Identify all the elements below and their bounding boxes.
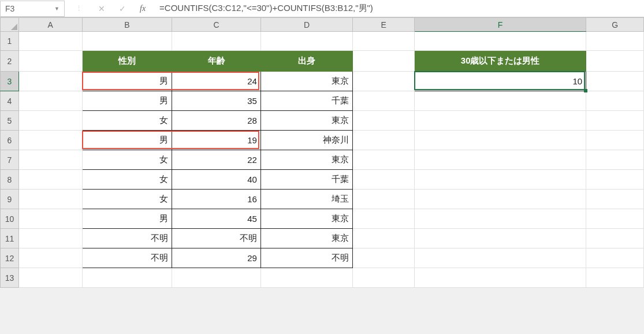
col-header-B[interactable]: B xyxy=(82,18,172,32)
cell-D1[interactable] xyxy=(260,32,353,51)
cell-D6[interactable]: 神奈川 xyxy=(260,131,353,150)
row-header-7[interactable]: 7 xyxy=(1,150,19,170)
cell-C5[interactable]: 28 xyxy=(172,111,261,131)
cell-C10[interactable]: 45 xyxy=(172,209,261,229)
cell-G2[interactable] xyxy=(586,51,644,72)
col-header-C[interactable]: C xyxy=(172,18,261,32)
cell-D8[interactable]: 千葉 xyxy=(260,170,353,190)
cell-F12[interactable] xyxy=(415,248,586,268)
cell-F10[interactable] xyxy=(415,209,586,229)
row-header-10[interactable]: 10 xyxy=(1,209,19,229)
cell-C8[interactable]: 40 xyxy=(172,170,261,190)
cell-D3[interactable]: 東京 xyxy=(260,72,353,91)
cell-B1[interactable] xyxy=(82,32,172,51)
cell-D10[interactable]: 東京 xyxy=(260,209,353,229)
cell-D5[interactable]: 東京 xyxy=(260,111,353,131)
cell-E6[interactable] xyxy=(353,131,415,150)
cell-F3[interactable]: 10 xyxy=(415,72,586,91)
cell-D7[interactable]: 東京 xyxy=(260,150,353,170)
cell-B3[interactable]: 男 xyxy=(82,72,172,91)
col-header-E[interactable]: E xyxy=(353,18,415,32)
row-header-3[interactable]: 3 xyxy=(1,72,19,91)
cell-G9[interactable] xyxy=(586,190,644,209)
cell-E7[interactable] xyxy=(353,150,415,170)
cancel-icon[interactable]: ✕ xyxy=(98,4,105,13)
cell-B6[interactable]: 男 xyxy=(82,131,172,150)
cell-G12[interactable] xyxy=(586,248,644,268)
cell-F11[interactable] xyxy=(415,229,586,248)
row-header-9[interactable]: 9 xyxy=(1,190,19,209)
name-box[interactable]: F3 ▼ xyxy=(0,1,65,17)
cell-A1[interactable] xyxy=(18,32,82,51)
cell-B13[interactable] xyxy=(82,268,172,288)
cell-E4[interactable] xyxy=(353,91,415,111)
cell-G4[interactable] xyxy=(586,91,644,111)
col-header-G[interactable]: G xyxy=(586,18,644,32)
cell-A4[interactable] xyxy=(18,91,82,111)
cell-D2[interactable]: 出身 xyxy=(260,51,353,72)
cell-B2[interactable]: 性別 xyxy=(82,51,172,72)
cell-E12[interactable] xyxy=(353,248,415,268)
cell-D9[interactable]: 埼玉 xyxy=(260,190,353,209)
cell-B4[interactable]: 男 xyxy=(82,91,172,111)
cell-B5[interactable]: 女 xyxy=(82,111,172,131)
cell-G5[interactable] xyxy=(586,111,644,131)
cell-F2[interactable]: 30歳以下または男性 xyxy=(415,51,586,72)
cell-A2[interactable] xyxy=(18,51,82,72)
cell-E13[interactable] xyxy=(353,268,415,288)
cell-A3[interactable] xyxy=(18,72,82,91)
spreadsheet-grid[interactable]: ABCDEFG12性別年齢出身30歳以下または男性3男24東京104男35千葉5… xyxy=(0,17,644,288)
select-all-corner[interactable] xyxy=(1,18,19,32)
cell-A13[interactable] xyxy=(18,268,82,288)
cell-F8[interactable] xyxy=(415,170,586,190)
cell-F6[interactable] xyxy=(415,131,586,150)
cell-G13[interactable] xyxy=(586,268,644,288)
cell-D12[interactable]: 不明 xyxy=(260,248,353,268)
cell-F9[interactable] xyxy=(415,190,586,209)
fill-handle[interactable] xyxy=(584,89,587,92)
cell-B8[interactable]: 女 xyxy=(82,170,172,190)
cell-F1[interactable] xyxy=(415,32,586,51)
cell-B11[interactable]: 不明 xyxy=(82,229,172,248)
cell-E2[interactable] xyxy=(353,51,415,72)
row-header-12[interactable]: 12 xyxy=(1,248,19,268)
cell-D11[interactable]: 東京 xyxy=(260,229,353,248)
cell-G1[interactable] xyxy=(586,32,644,51)
row-header-5[interactable]: 5 xyxy=(1,111,19,131)
formula-input[interactable]: =COUNTIFS(C3:C12,"<=30")+COUNTIFS(B3:B12… xyxy=(157,1,644,17)
col-header-D[interactable]: D xyxy=(260,18,353,32)
cell-C6[interactable]: 19 xyxy=(172,131,261,150)
cell-B10[interactable]: 男 xyxy=(82,209,172,229)
cell-C12[interactable]: 29 xyxy=(172,248,261,268)
cell-B7[interactable]: 女 xyxy=(82,150,172,170)
cell-E1[interactable] xyxy=(353,32,415,51)
cell-A6[interactable] xyxy=(18,131,82,150)
cell-C9[interactable]: 16 xyxy=(172,190,261,209)
cell-A9[interactable] xyxy=(18,190,82,209)
cell-C3[interactable]: 24 xyxy=(172,72,261,91)
cell-F7[interactable] xyxy=(415,150,586,170)
cell-E11[interactable] xyxy=(353,229,415,248)
row-header-13[interactable]: 13 xyxy=(1,268,19,288)
cell-G7[interactable] xyxy=(586,150,644,170)
cell-E10[interactable] xyxy=(353,209,415,229)
cell-A12[interactable] xyxy=(18,248,82,268)
cell-F13[interactable] xyxy=(415,268,586,288)
cell-G8[interactable] xyxy=(586,170,644,190)
cell-C13[interactable] xyxy=(172,268,261,288)
chevron-down-icon[interactable]: ▼ xyxy=(54,6,59,12)
cell-G10[interactable] xyxy=(586,209,644,229)
cell-G11[interactable] xyxy=(586,229,644,248)
row-header-1[interactable]: 1 xyxy=(1,32,19,51)
enter-icon[interactable]: ✓ xyxy=(119,4,126,13)
cell-B12[interactable]: 不明 xyxy=(82,248,172,268)
cell-A5[interactable] xyxy=(18,111,82,131)
cell-C11[interactable]: 不明 xyxy=(172,229,261,248)
cell-C1[interactable] xyxy=(172,32,261,51)
row-header-6[interactable]: 6 xyxy=(1,131,19,150)
cell-G6[interactable] xyxy=(586,131,644,150)
resize-handle[interactable]: ⋮ xyxy=(65,5,92,12)
row-header-8[interactable]: 8 xyxy=(1,170,19,190)
cell-F5[interactable] xyxy=(415,111,586,131)
row-header-4[interactable]: 4 xyxy=(1,91,19,111)
